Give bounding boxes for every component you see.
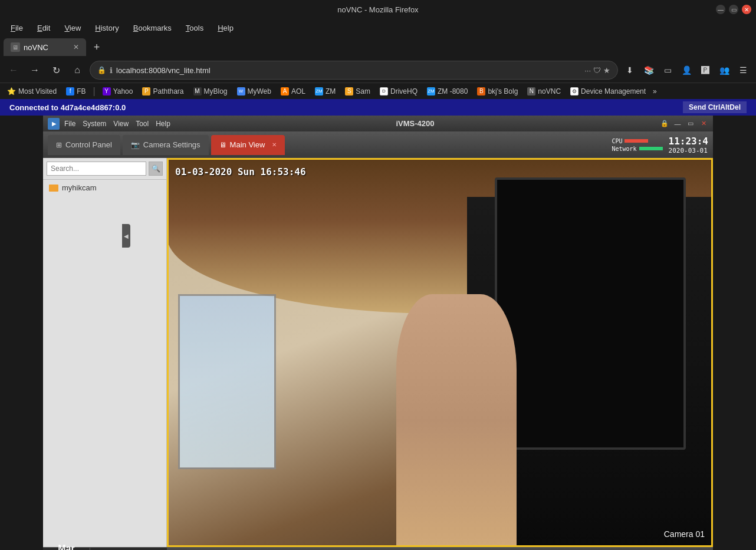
ivms-close-button[interactable]: ✕ — [699, 119, 708, 129]
ivms-tab-camera-settings[interactable]: 📷 Camera Settings — [123, 135, 209, 155]
menu-tools[interactable]: Tools — [180, 21, 209, 35]
reload-button[interactable]: ↻ — [47, 61, 65, 79]
room-window — [178, 294, 277, 469]
bookmark-novnc[interactable]: N noVNC — [525, 86, 563, 97]
tree-item-label: myhikcam — [62, 183, 97, 192]
bookmark-myblog[interactable]: M MyBlog — [191, 86, 230, 97]
ivms-menu-system[interactable]: System — [83, 120, 106, 128]
ivms-restore-button[interactable]: ▭ — [686, 119, 695, 129]
ivms-title-bar: ▶ File System View Tool Help iVMS-4200 🔒… — [43, 116, 713, 132]
aol-icon: A — [281, 87, 289, 95]
bookmark-separator: | — [93, 86, 95, 97]
ivms-menu-file[interactable]: File — [64, 120, 75, 128]
menu-file[interactable]: File — [5, 21, 29, 35]
bookmarks-more-button[interactable]: » — [653, 87, 657, 95]
bookmark-label: AOL — [291, 87, 305, 95]
ivms-toolbar: ⊞ Control Panel 📷 Camera Settings 🖥 Main… — [43, 132, 713, 158]
bookmark-fb[interactable]: f FB — [64, 86, 88, 97]
bookmark-sam[interactable]: S Sam — [343, 86, 373, 97]
back-button[interactable]: ← — [5, 61, 22, 79]
ivms-logo: ▶ — [48, 118, 60, 130]
ivms-title-text: iVMS-4200 — [396, 119, 434, 128]
bookmark-label: bkj's Bolg — [488, 87, 518, 95]
tab-bar: 🖥 noVNC ✕ + — [0, 37, 756, 58]
title-bar: noVNC - Mozilla Firefox — ▭ ✕ — [0, 0, 756, 19]
home-button[interactable]: ⌂ — [68, 61, 86, 79]
myblog-icon: M — [193, 87, 202, 95]
ivms-menu-help[interactable]: Help — [156, 120, 170, 128]
menu-hamburger-button[interactable]: ☰ — [735, 62, 751, 78]
ivms-menu-view[interactable]: View — [113, 120, 129, 128]
bookmark-zm[interactable]: ZM ZM — [313, 86, 338, 97]
menu-view[interactable]: View — [58, 21, 87, 35]
bookmark-paththara[interactable]: P Paththara — [140, 86, 186, 97]
bookmark-label: MyWeb — [248, 87, 271, 95]
more-button[interactable]: ··· — [584, 66, 591, 75]
bookmark-star-icon[interactable]: ★ — [603, 66, 610, 75]
zm2-icon: ZM — [427, 87, 435, 95]
ivms-tree-item-myhikcam[interactable]: myhikcam — [43, 180, 166, 196]
yahoo-icon: Y — [103, 87, 111, 95]
new-tab-button[interactable]: + — [88, 39, 105, 55]
bookmark-label: Yahoo — [113, 87, 133, 95]
menu-bookmarks[interactable]: Bookmarks — [127, 21, 178, 35]
cpu-label: CPU — [612, 138, 622, 144]
menu-help[interactable]: Help — [212, 21, 239, 35]
tab-favicon: 🖥 — [11, 42, 20, 52]
tab-novnc[interactable]: 🖥 noVNC ✕ — [4, 38, 86, 56]
cpu-row: CPU — [612, 138, 662, 144]
sidebar-button[interactable]: ▭ — [659, 62, 676, 78]
avatar-button[interactable]: 👤 — [678, 62, 695, 78]
url-bar[interactable]: 🔒 ℹ localhost:8008/vnc_lite.html ··· 🛡 ★ — [90, 61, 618, 80]
browser-content: ▶ File System View Tool Help iVMS-4200 🔒… — [0, 116, 756, 550]
ivms-tab-main-view[interactable]: 🖥 Main View ✕ — [211, 135, 285, 155]
ivms-search-input[interactable] — [47, 162, 146, 176]
monitor-shape — [495, 177, 686, 450]
main-view-label: Main View — [230, 140, 265, 149]
download-button[interactable]: ⬇ — [622, 62, 638, 78]
main-view-icon: 🖥 — [219, 141, 226, 149]
main-view-close-icon[interactable]: ✕ — [272, 141, 277, 148]
menu-history[interactable]: History — [89, 21, 124, 35]
menu-edit[interactable]: Edit — [31, 21, 56, 35]
restore-button[interactable]: ▭ — [729, 5, 738, 14]
clock-date: 2020-03-01 — [669, 147, 708, 154]
ivms-menu-tool[interactable]: Tool — [136, 120, 149, 128]
tab-close-button[interactable]: ✕ — [73, 43, 79, 51]
close-button[interactable]: ✕ — [742, 5, 751, 14]
library-button[interactable]: 📚 — [640, 62, 657, 78]
ivms-logo-icon: ▶ — [52, 121, 56, 127]
ivms-tab-control-panel[interactable]: ⊞ Control Panel — [48, 135, 120, 155]
bookmark-bkj[interactable]: B bkj's Bolg — [475, 86, 520, 97]
ivms-lock-icon[interactable]: 🔒 — [660, 119, 669, 129]
clock-display: 11:23:4 2020-03-01 — [669, 136, 708, 154]
security-icon: 🔒 — [97, 66, 106, 74]
bookmarks-bar: ⭐ Most Visited f FB | Y Yahoo P Paththar… — [0, 83, 756, 99]
drivehq-icon: D — [380, 87, 388, 95]
footer-month: Mar — [58, 544, 74, 551]
novnc-icon: N — [527, 87, 535, 95]
bookmark-aol[interactable]: A AOL — [278, 86, 308, 97]
folder-icon — [49, 185, 58, 192]
bookmark-drivehq[interactable]: D DriveHQ — [377, 86, 420, 97]
ivms-search-bar: 🔍 — [43, 158, 166, 180]
forward-button[interactable]: → — [26, 61, 44, 79]
network-usage-bar — [639, 147, 663, 150]
ivms-search-button[interactable]: 🔍 — [149, 162, 163, 176]
ivms-application-window: ▶ File System View Tool Help iVMS-4200 🔒… — [43, 116, 713, 550]
ivms-camera-controls: 📸 🎤 🔍 🔔 ▶ 📊 ⚙ — [167, 547, 713, 550]
pocket-button[interactable]: 🅿 — [697, 62, 714, 78]
bookmark-zm2[interactable]: ZM ZM -8080 — [425, 86, 470, 97]
bookmark-most-visited[interactable]: ⭐ Most Visited — [5, 86, 59, 97]
fb-icon: f — [66, 87, 74, 95]
bookmark-yahoo[interactable]: Y Yahoo — [100, 86, 136, 97]
bookmark-devmgmt[interactable]: ⚙ Device Management — [568, 86, 648, 97]
panel-collapse-handle[interactable]: ◀ — [122, 224, 130, 248]
social-button[interactable]: 👥 — [716, 62, 732, 78]
bookmark-myweb[interactable]: W MyWeb — [235, 86, 274, 97]
person-silhouette — [396, 294, 517, 547]
send-ctrl-alt-del-button[interactable]: Send CtrlAltDel — [683, 101, 747, 113]
ivms-minimize-button[interactable]: — — [673, 119, 682, 129]
reader-mode-icon[interactable]: 🛡 — [593, 66, 601, 75]
minimize-button[interactable]: — — [716, 5, 725, 14]
